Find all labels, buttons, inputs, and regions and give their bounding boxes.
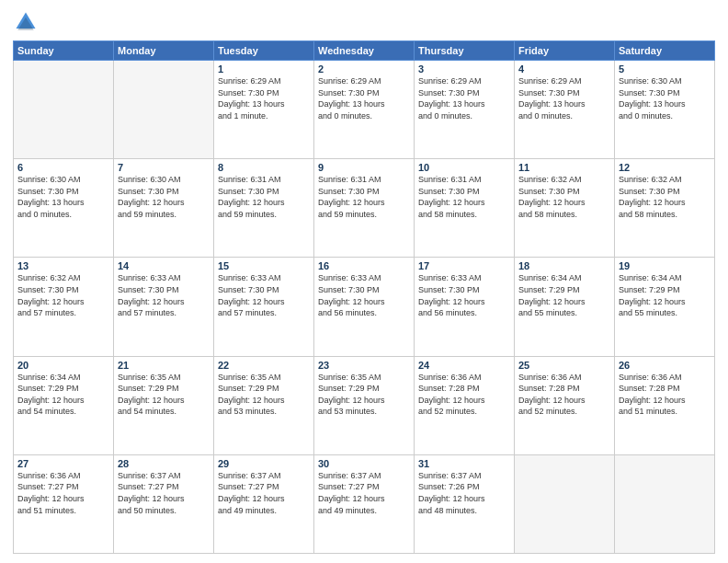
day-info: Sunrise: 6:33 AM Sunset: 7:30 PM Dayligh… xyxy=(418,272,510,318)
day-number: 4 xyxy=(518,63,610,75)
day-info: Sunrise: 6:32 AM Sunset: 7:30 PM Dayligh… xyxy=(17,272,109,318)
calendar-cell: 14Sunrise: 6:33 AM Sunset: 7:30 PM Dayli… xyxy=(114,258,214,356)
day-info: Sunrise: 6:35 AM Sunset: 7:29 PM Dayligh… xyxy=(218,372,310,418)
calendar-cell: 10Sunrise: 6:31 AM Sunset: 7:30 PM Dayli… xyxy=(415,159,515,258)
calendar-cell: 6Sunrise: 6:30 AM Sunset: 7:30 PM Daylig… xyxy=(14,159,114,258)
day-info: Sunrise: 6:33 AM Sunset: 7:30 PM Dayligh… xyxy=(218,272,310,318)
calendar-cell: 22Sunrise: 6:35 AM Sunset: 7:29 PM Dayli… xyxy=(214,356,314,454)
calendar-cell xyxy=(114,61,214,159)
calendar-cell: 31Sunrise: 6:37 AM Sunset: 7:26 PM Dayli… xyxy=(415,454,515,553)
day-info: Sunrise: 6:37 AM Sunset: 7:26 PM Dayligh… xyxy=(418,470,510,516)
day-number: 12 xyxy=(619,162,711,173)
day-number: 11 xyxy=(518,162,610,173)
calendar-cell xyxy=(515,454,615,553)
day-number: 28 xyxy=(118,458,210,469)
calendar-cell: 17Sunrise: 6:33 AM Sunset: 7:30 PM Dayli… xyxy=(415,258,515,356)
calendar-cell: 8Sunrise: 6:31 AM Sunset: 7:30 PM Daylig… xyxy=(214,159,314,258)
day-info: Sunrise: 6:35 AM Sunset: 7:29 PM Dayligh… xyxy=(118,372,210,418)
week-row-4: 20Sunrise: 6:34 AM Sunset: 7:29 PM Dayli… xyxy=(14,356,715,454)
day-number: 13 xyxy=(17,260,109,271)
day-info: Sunrise: 6:36 AM Sunset: 7:28 PM Dayligh… xyxy=(619,372,711,418)
day-info: Sunrise: 6:34 AM Sunset: 7:29 PM Dayligh… xyxy=(518,272,610,318)
day-number: 23 xyxy=(318,360,410,371)
day-info: Sunrise: 6:37 AM Sunset: 7:27 PM Dayligh… xyxy=(118,470,210,516)
week-row-1: 1Sunrise: 6:29 AM Sunset: 7:30 PM Daylig… xyxy=(14,61,715,159)
calendar-cell: 15Sunrise: 6:33 AM Sunset: 7:30 PM Dayli… xyxy=(214,258,314,356)
calendar-cell: 5Sunrise: 6:30 AM Sunset: 7:30 PM Daylig… xyxy=(615,61,715,159)
day-info: Sunrise: 6:29 AM Sunset: 7:30 PM Dayligh… xyxy=(418,75,510,121)
day-number: 21 xyxy=(118,360,210,371)
day-info: Sunrise: 6:36 AM Sunset: 7:28 PM Dayligh… xyxy=(418,372,510,418)
calendar-cell: 19Sunrise: 6:34 AM Sunset: 7:29 PM Dayli… xyxy=(615,258,715,356)
calendar-cell: 25Sunrise: 6:36 AM Sunset: 7:28 PM Dayli… xyxy=(515,356,615,454)
logo-icon xyxy=(13,9,39,35)
day-number: 10 xyxy=(418,162,510,173)
day-info: Sunrise: 6:33 AM Sunset: 7:30 PM Dayligh… xyxy=(318,272,410,318)
day-number: 31 xyxy=(418,458,510,469)
day-info: Sunrise: 6:34 AM Sunset: 7:29 PM Dayligh… xyxy=(17,372,109,418)
day-header-sunday: Sunday xyxy=(14,41,114,61)
day-info: Sunrise: 6:29 AM Sunset: 7:30 PM Dayligh… xyxy=(218,75,310,121)
calendar-header-row: SundayMondayTuesdayWednesdayThursdayFrid… xyxy=(14,41,715,61)
calendar-cell: 24Sunrise: 6:36 AM Sunset: 7:28 PM Dayli… xyxy=(415,356,515,454)
day-info: Sunrise: 6:36 AM Sunset: 7:27 PM Dayligh… xyxy=(17,470,109,516)
day-info: Sunrise: 6:31 AM Sunset: 7:30 PM Dayligh… xyxy=(218,174,310,220)
calendar-cell: 20Sunrise: 6:34 AM Sunset: 7:29 PM Dayli… xyxy=(14,356,114,454)
calendar-cell: 21Sunrise: 6:35 AM Sunset: 7:29 PM Dayli… xyxy=(114,356,214,454)
day-number: 18 xyxy=(518,260,610,271)
day-info: Sunrise: 6:31 AM Sunset: 7:30 PM Dayligh… xyxy=(318,174,410,220)
day-number: 1 xyxy=(218,63,310,75)
calendar-cell: 12Sunrise: 6:32 AM Sunset: 7:30 PM Dayli… xyxy=(615,159,715,258)
day-info: Sunrise: 6:33 AM Sunset: 7:30 PM Dayligh… xyxy=(118,272,210,318)
day-number: 30 xyxy=(318,458,410,469)
header xyxy=(13,9,715,35)
day-info: Sunrise: 6:35 AM Sunset: 7:29 PM Dayligh… xyxy=(318,372,410,418)
calendar-cell: 27Sunrise: 6:36 AM Sunset: 7:27 PM Dayli… xyxy=(14,454,114,553)
day-header-friday: Friday xyxy=(515,41,615,61)
calendar-cell: 29Sunrise: 6:37 AM Sunset: 7:27 PM Dayli… xyxy=(214,454,314,553)
calendar-cell: 28Sunrise: 6:37 AM Sunset: 7:27 PM Dayli… xyxy=(114,454,214,553)
calendar-cell: 16Sunrise: 6:33 AM Sunset: 7:30 PM Dayli… xyxy=(314,258,415,356)
week-row-2: 6Sunrise: 6:30 AM Sunset: 7:30 PM Daylig… xyxy=(14,159,715,258)
day-header-saturday: Saturday xyxy=(615,41,715,61)
calendar-cell: 1Sunrise: 6:29 AM Sunset: 7:30 PM Daylig… xyxy=(214,61,314,159)
day-info: Sunrise: 6:30 AM Sunset: 7:30 PM Dayligh… xyxy=(17,174,109,220)
calendar-cell: 30Sunrise: 6:37 AM Sunset: 7:27 PM Dayli… xyxy=(314,454,415,553)
calendar-cell: 3Sunrise: 6:29 AM Sunset: 7:30 PM Daylig… xyxy=(415,61,515,159)
day-info: Sunrise: 6:32 AM Sunset: 7:30 PM Dayligh… xyxy=(619,174,711,220)
page: SundayMondayTuesdayWednesdayThursdayFrid… xyxy=(0,0,728,563)
calendar-table: SundayMondayTuesdayWednesdayThursdayFrid… xyxy=(13,40,715,554)
day-number: 8 xyxy=(218,162,310,173)
day-header-wednesday: Wednesday xyxy=(314,41,415,61)
day-number: 14 xyxy=(118,260,210,271)
day-number: 26 xyxy=(619,360,711,371)
day-info: Sunrise: 6:30 AM Sunset: 7:30 PM Dayligh… xyxy=(118,174,210,220)
calendar-cell: 23Sunrise: 6:35 AM Sunset: 7:29 PM Dayli… xyxy=(314,356,415,454)
calendar-cell: 7Sunrise: 6:30 AM Sunset: 7:30 PM Daylig… xyxy=(114,159,214,258)
day-info: Sunrise: 6:34 AM Sunset: 7:29 PM Dayligh… xyxy=(619,272,711,318)
day-info: Sunrise: 6:32 AM Sunset: 7:30 PM Dayligh… xyxy=(518,174,610,220)
calendar-cell: 13Sunrise: 6:32 AM Sunset: 7:30 PM Dayli… xyxy=(14,258,114,356)
calendar-cell: 9Sunrise: 6:31 AM Sunset: 7:30 PM Daylig… xyxy=(314,159,415,258)
day-info: Sunrise: 6:31 AM Sunset: 7:30 PM Dayligh… xyxy=(418,174,510,220)
day-info: Sunrise: 6:30 AM Sunset: 7:30 PM Dayligh… xyxy=(619,75,711,121)
day-info: Sunrise: 6:36 AM Sunset: 7:28 PM Dayligh… xyxy=(518,372,610,418)
day-number: 9 xyxy=(318,162,410,173)
day-number: 5 xyxy=(619,63,711,75)
day-number: 3 xyxy=(418,63,510,75)
calendar-cell: 26Sunrise: 6:36 AM Sunset: 7:28 PM Dayli… xyxy=(615,356,715,454)
day-number: 24 xyxy=(418,360,510,371)
calendar-cell xyxy=(14,61,114,159)
day-info: Sunrise: 6:37 AM Sunset: 7:27 PM Dayligh… xyxy=(218,470,310,516)
day-info: Sunrise: 6:29 AM Sunset: 7:30 PM Dayligh… xyxy=(318,75,410,121)
day-number: 20 xyxy=(17,360,109,371)
day-number: 6 xyxy=(17,162,109,173)
week-row-3: 13Sunrise: 6:32 AM Sunset: 7:30 PM Dayli… xyxy=(14,258,715,356)
day-header-tuesday: Tuesday xyxy=(214,41,314,61)
calendar-cell: 11Sunrise: 6:32 AM Sunset: 7:30 PM Dayli… xyxy=(515,159,615,258)
logo xyxy=(13,9,42,35)
calendar-cell: 18Sunrise: 6:34 AM Sunset: 7:29 PM Dayli… xyxy=(515,258,615,356)
day-number: 19 xyxy=(619,260,711,271)
calendar-cell xyxy=(615,454,715,553)
day-number: 2 xyxy=(318,63,410,75)
